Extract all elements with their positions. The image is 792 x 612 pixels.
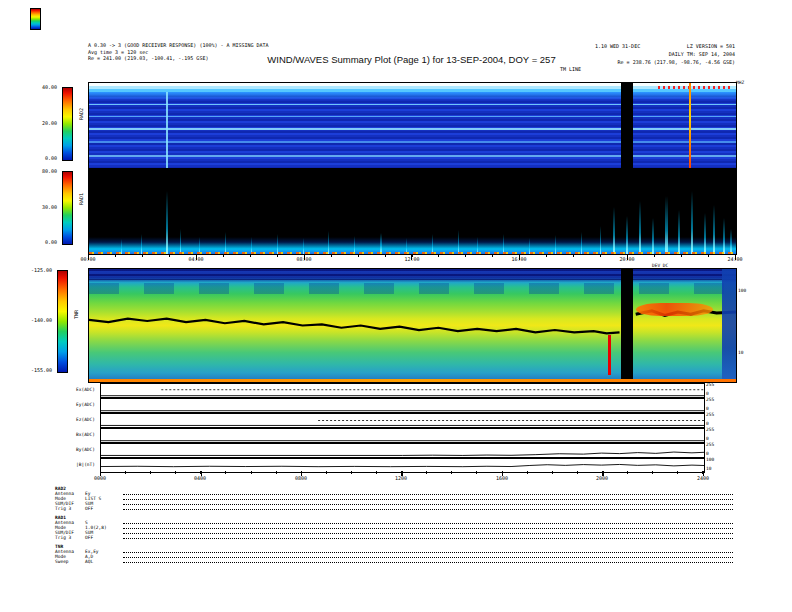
tnr-colorbar: [57, 270, 68, 373]
status-key: Sweep: [55, 559, 85, 564]
bottom-axis-tick-label: 0000: [94, 475, 106, 481]
dotted-leader: [123, 505, 733, 510]
rad2-cb-tick: 40.00: [27, 84, 57, 91]
freq-units-label: MHZ: [736, 80, 744, 85]
strip-panel-by: [100, 443, 705, 458]
rad2-panel-label: RAD2: [78, 108, 84, 120]
strip-right-tick: 255: [706, 442, 714, 447]
status-value: OFF: [85, 506, 123, 511]
tnr-cb-tick: -155.00: [22, 367, 52, 374]
tnr-right-tick: 100: [738, 288, 746, 293]
strip-right-tick: 0: [706, 421, 709, 426]
mid-axis-tick-label: 12:00: [404, 256, 419, 262]
strip-label: Ez(ADC): [50, 417, 95, 422]
status-key: Trig 3: [55, 506, 85, 511]
status-section-rad1: RAD1 AntennaS Mode1.0(2,8) SUM/DIFSUM Tr…: [55, 515, 735, 540]
tnr-cb-tick: -125.00: [22, 267, 52, 274]
rad2-cb-tick: 0.00: [27, 155, 57, 162]
tnr-saturated-bottom-row: [89, 379, 736, 382]
mid-axis-tick-label: 04:00: [188, 256, 203, 262]
tnr-orange-enhancement: [636, 303, 714, 317]
radio-burst-streak: [691, 191, 693, 254]
strip-right-tick: 255: [706, 427, 714, 432]
strip-panel-ex: [100, 383, 705, 398]
mid-axis-tick-label: 08:00: [296, 256, 311, 262]
status-row: SweepAQL: [55, 559, 735, 564]
summary-plot-page: A 0.30 -> 3 (GOOD RECEIVER RESPONSE) (10…: [0, 0, 792, 612]
strip-right-tick: 0: [706, 391, 709, 396]
radio-burst-streak: [277, 234, 278, 254]
dotted-leader: [123, 558, 733, 563]
print-timestamp: 1.10 WED 31-DEC: [595, 43, 640, 50]
radio-burst-streak: [503, 234, 504, 254]
radio-burst-streak: [665, 196, 668, 254]
tnr-right-dark-column: [722, 269, 736, 382]
rad1-cb-tick: 80.00: [27, 168, 57, 175]
tnr-cb-tick: -140.00: [22, 317, 52, 324]
radio-burst-streak: [639, 201, 641, 254]
mid-axis-tick-label: 20:00: [619, 256, 634, 262]
tnr-plasma-line-svg: [89, 269, 736, 382]
tm-line-label: TM LINE: [560, 66, 581, 73]
rad2-intense-burst: [689, 83, 691, 169]
strip-right-tick: 255: [706, 382, 714, 387]
radio-burst-streak: [713, 205, 715, 254]
bottom-axis-tick-label: 2000: [596, 475, 608, 481]
radio-burst-streak: [613, 207, 615, 254]
daily-tm: DAILY TM: SEP 14, 2004: [640, 51, 735, 58]
strip-label: By(ADC): [50, 447, 95, 452]
rad1-cb-tick: 0.00: [27, 239, 57, 246]
radio-burst-streak: [581, 232, 582, 254]
header-info-line: A 0.30 -> 3 (GOOD RECEIVER RESPONSE) (10…: [88, 42, 269, 49]
mid-axis-tick-label: 00:00: [80, 256, 95, 262]
bottom-axis-tick-label: 1600: [496, 475, 508, 481]
strip-right-tick: 0: [706, 451, 709, 456]
rad2-spectrogram: [88, 82, 737, 170]
rad2-red-speckles: [658, 86, 729, 89]
instrument-status-block: RAD2 AntennaEy ModeLIST S SUM/DIFSUM Tri…: [55, 486, 735, 568]
bottom-axis-tick-label: 0800: [295, 475, 307, 481]
radio-burst-streak: [626, 216, 628, 254]
rad2-data-gap: [621, 83, 633, 169]
strip-right-tick: 100: [706, 457, 714, 462]
strip-right-tick: 10: [706, 466, 711, 471]
tnr-data-gap: [621, 269, 633, 382]
status-row: Trig 3OFF: [55, 506, 735, 511]
radio-burst-streak: [730, 229, 732, 255]
strip-right-tick: 255: [706, 397, 714, 402]
tnr-panel-label: TNR: [73, 310, 79, 319]
radio-burst-streak: [704, 213, 706, 254]
corner-colorbar: [30, 8, 41, 30]
tnr-spectrogram: [88, 268, 737, 383]
strip-label: Bx(ADC): [50, 432, 95, 437]
bottom-axis-tick-label: 1200: [395, 475, 407, 481]
tnr-red-spike: [608, 335, 611, 376]
status-section-tnr: TNR AntennaEx,Ey ModeA,D SweepAQL: [55, 544, 735, 564]
rad2-colorbar: [62, 87, 73, 161]
status-section-rad2: RAD2 AntennaEy ModeLIST S SUM/DIFSUM Tri…: [55, 486, 735, 511]
dotted-leader: [123, 534, 733, 539]
plasma-frequency-line: [89, 319, 620, 334]
radio-burst-streak: [380, 233, 382, 254]
rad1-cb-tick: 30.00: [27, 204, 57, 211]
strip-label: |B|(nT): [50, 462, 95, 467]
strip-right-tick: 0: [706, 436, 709, 441]
strip-trace: [101, 464, 704, 466]
rad1-colorbar: [62, 171, 73, 245]
radio-burst-streak: [141, 234, 142, 254]
radio-burst-streak: [652, 218, 654, 254]
re-right: Re = 238.76 (217.98, -98.76, -4.56 GSE): [600, 59, 735, 66]
strip-label: Ey(ADC): [50, 402, 95, 407]
radio-burst-streak: [166, 191, 168, 254]
tnr-right-tick: 10: [738, 350, 743, 355]
mid-axis-tick-label: 16:00: [511, 256, 526, 262]
radio-burst-streak: [723, 218, 725, 254]
strip-right-tick: 255: [706, 412, 714, 417]
bottom-axis-tick-label: 0400: [194, 475, 206, 481]
status-value: OFF: [85, 535, 123, 540]
lz-version: LZ VERSION = 501: [640, 43, 735, 50]
mid-axis-tick-label: 24:00: [727, 256, 742, 262]
strip-trace: [101, 452, 704, 455]
strip-panel-ey: [100, 398, 705, 413]
bottom-axis-tick-label: 2400: [697, 475, 709, 481]
